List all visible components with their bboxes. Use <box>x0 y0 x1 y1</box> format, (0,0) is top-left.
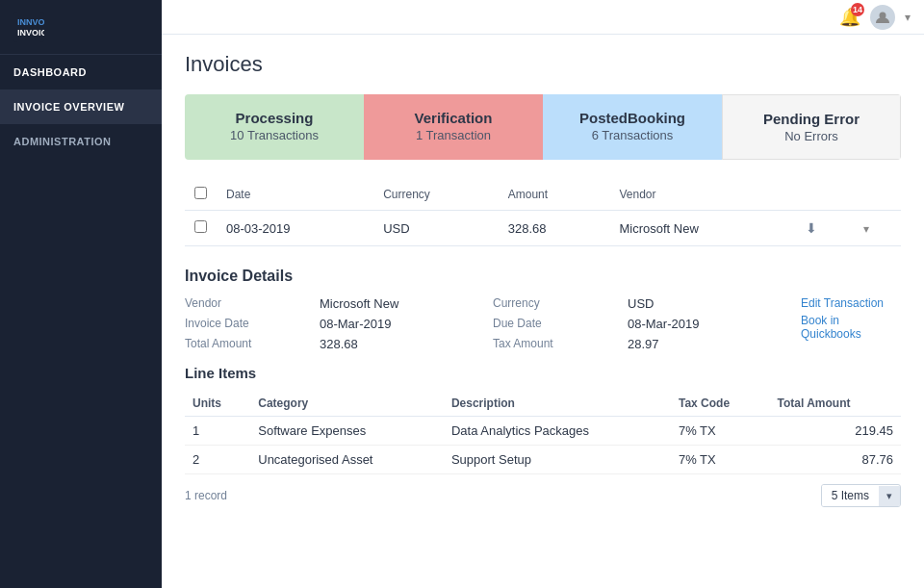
th-actions <box>796 179 854 211</box>
user-avatar[interactable] <box>870 5 895 30</box>
th-tax-code: Tax Code <box>671 391 770 417</box>
record-count: 1 record <box>185 489 227 502</box>
line-items-table: Units Category Description Tax Code Tota… <box>185 391 901 474</box>
table-footer: 1 record 5 Items ▾ <box>185 474 901 507</box>
li-description-1: Data Analytics Packages <box>444 417 671 446</box>
verification-sub: 1 Transaction <box>416 128 491 142</box>
li-units-2: 2 <box>185 446 250 474</box>
status-card-processing[interactable]: Processing 10 Transactions <box>185 94 364 160</box>
processing-title: Processing <box>236 110 314 126</box>
th-description: Description <box>444 391 671 417</box>
li-taxcode-1: 7% TX <box>671 417 770 446</box>
li-description-2: Support Setup <box>444 446 671 474</box>
page-title: Invoices <box>185 52 901 77</box>
sidebar-logo: INNVO INVOICE <box>0 0 162 55</box>
th-expand <box>854 179 901 211</box>
svg-rect-0 <box>13 12 44 42</box>
invoice-table: Date Currency Amount Vendor 08-03-2019 <box>185 179 901 246</box>
verification-title: Verification <box>415 110 493 126</box>
row-date: 08-03-2019 <box>217 211 373 246</box>
status-cards: Processing 10 Transactions Verification … <box>185 94 901 160</box>
value-tax-amount: 28.97 <box>628 337 801 351</box>
posted-sub: 6 Transactions <box>592 128 674 142</box>
detail-actions: Edit Transaction Book in Quickbooks <box>801 296 901 351</box>
line-items-title: Line Items <box>185 365 901 381</box>
logo-icon: INNVO INVOICE <box>13 12 44 42</box>
items-per-page-chevron-icon: ▾ <box>879 486 900 506</box>
notification-badge: 14 <box>851 3 864 16</box>
processing-sub: 10 Transactions <box>230 128 319 142</box>
sidebar-nav: DASHBOARD INVOICE OVERVIEW ADMINISTRATIO… <box>0 55 162 159</box>
sidebar: INNVO INVOICE DASHBOARD INVOICE OVERVIEW… <box>0 0 162 588</box>
invoice-details-section: Invoice Details Vendor Microsoft New Cur… <box>185 256 901 507</box>
download-icon[interactable]: ⬇ <box>806 220 817 236</box>
main-content: 🔔 14 ▾ Invoices Processing 10 Transactio… <box>162 0 924 588</box>
pending-sub: No Errors <box>784 129 838 143</box>
row-checkbox[interactable] <box>194 220 207 233</box>
book-quickbooks-link[interactable]: Book in Quickbooks <box>801 314 901 341</box>
items-per-page-selector[interactable]: 5 Items ▾ <box>821 484 901 507</box>
li-units-1: 1 <box>185 417 250 446</box>
sidebar-item-dashboard[interactable]: DASHBOARD <box>0 55 162 89</box>
label-tax-amount: Tax Amount <box>493 337 628 351</box>
th-date: Date <box>217 179 373 211</box>
th-vendor: Vendor <box>609 179 795 211</box>
li-taxcode-2: 7% TX <box>671 446 770 474</box>
label-due-date: Due Date <box>493 317 628 331</box>
avatar-icon <box>875 10 890 25</box>
details-grid: Vendor Microsoft New Currency USD Invoic… <box>185 296 801 351</box>
li-amount-2: 87.76 <box>770 446 902 474</box>
sidebar-item-administration[interactable]: ADMINISTRATION <box>0 124 162 159</box>
posted-title: PostedBooking <box>579 110 685 126</box>
row-amount: 328.68 <box>499 211 610 246</box>
label-total-amount: Total Amount <box>185 337 320 351</box>
row-checkbox-cell <box>185 211 217 246</box>
status-card-verification[interactable]: Verification 1 Transaction <box>364 94 543 160</box>
select-all-checkbox[interactable] <box>194 187 207 199</box>
row-download-cell: ⬇ <box>796 211 854 246</box>
items-per-page-label: 5 Items <box>822 485 879 506</box>
status-card-pending[interactable]: Pending Error No Errors <box>722 94 901 160</box>
invoice-details-title: Invoice Details <box>185 268 901 285</box>
value-due-date: 08-Mar-2019 <box>628 317 801 331</box>
line-item-row: 2 Uncategorised Asset Support Setup 7% T… <box>185 446 901 474</box>
value-vendor: Microsoft New <box>320 296 493 311</box>
th-category: Category <box>250 391 444 417</box>
invoice-table-section: Date Currency Amount Vendor 08-03-2019 <box>185 179 901 246</box>
status-card-posted[interactable]: PostedBooking 6 Transactions <box>543 94 722 160</box>
topbar-chevron-icon[interactable]: ▾ <box>905 11 911 24</box>
th-units: Units <box>185 391 250 417</box>
row-expand-cell: ▾ <box>854 211 901 246</box>
label-vendor: Vendor <box>185 296 320 311</box>
row-currency: USD <box>373 211 499 246</box>
value-total-amount: 328.68 <box>320 337 493 351</box>
pending-title: Pending Error <box>763 111 860 127</box>
th-line-total: Total Amount <box>770 391 902 417</box>
edit-transaction-link[interactable]: Edit Transaction <box>801 296 901 310</box>
li-category-1: Software Expenses <box>250 417 444 446</box>
value-currency: USD <box>628 296 801 311</box>
sidebar-item-invoice-overview[interactable]: INVOICE OVERVIEW <box>0 89 162 124</box>
li-category-2: Uncategorised Asset <box>250 446 444 474</box>
page-content: Invoices Processing 10 Transactions Veri… <box>162 35 924 524</box>
svg-text:INVOICE: INVOICE <box>17 28 44 38</box>
value-invoice-date: 08-Mar-2019 <box>320 317 493 331</box>
label-currency: Currency <box>493 296 628 311</box>
topbar: 🔔 14 ▾ <box>162 0 924 35</box>
notification-bell[interactable]: 🔔 14 <box>839 7 860 28</box>
label-invoice-date: Invoice Date <box>185 317 320 331</box>
svg-text:INNVO: INNVO <box>17 17 44 27</box>
li-amount-1: 219.45 <box>770 417 902 446</box>
row-expand-icon[interactable]: ▾ <box>863 222 869 236</box>
row-vendor: Microsoft New <box>609 211 795 246</box>
th-amount: Amount <box>499 179 610 211</box>
line-item-row: 1 Software Expenses Data Analytics Packa… <box>185 417 901 446</box>
th-checkbox <box>185 179 217 211</box>
table-row: 08-03-2019 USD 328.68 Microsoft New ⬇ ▾ <box>185 211 901 246</box>
th-currency: Currency <box>373 179 499 211</box>
